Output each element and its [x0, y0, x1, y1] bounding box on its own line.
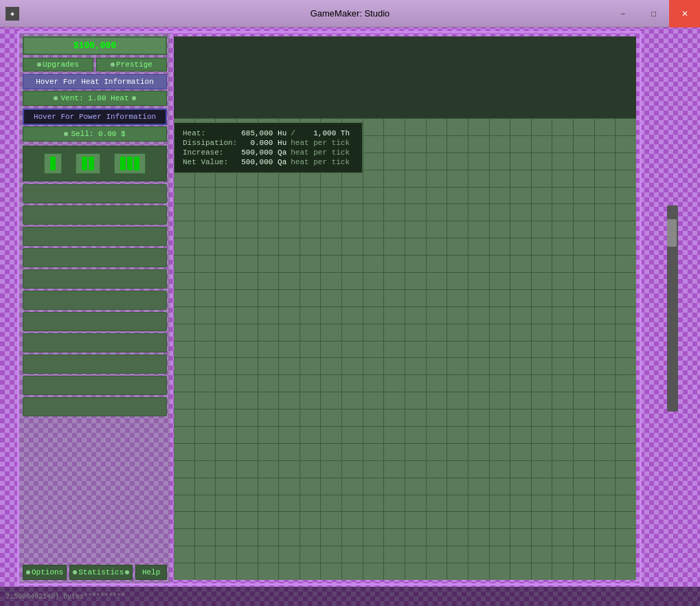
- grid-cell[interactable]: [342, 238, 363, 255]
- grid-cell[interactable]: [321, 273, 341, 289]
- grid-cell[interactable]: [490, 119, 510, 135]
- grid-cell[interactable]: [279, 119, 300, 135]
- grid-cell[interactable]: [405, 307, 426, 324]
- grid-cell[interactable]: [405, 170, 426, 187]
- grid-cell[interactable]: [384, 375, 405, 392]
- grid-cell[interactable]: [510, 324, 531, 341]
- grid-cell[interactable]: [447, 188, 468, 204]
- grid-cell[interactable]: [468, 204, 489, 221]
- grid-cell[interactable]: [490, 307, 510, 324]
- grid-cell[interactable]: [342, 461, 363, 478]
- grid-cell[interactable]: [510, 409, 531, 426]
- scrollbar-thumb[interactable]: [667, 219, 677, 247]
- grid-cell[interactable]: [552, 444, 573, 460]
- grid-cell[interactable]: [300, 136, 321, 153]
- grid-cell[interactable]: [216, 495, 236, 512]
- grid-cell[interactable]: [574, 495, 594, 512]
- grid-cell[interactable]: [468, 188, 489, 204]
- grid-cell[interactable]: [595, 512, 616, 528]
- grid-cell[interactable]: [427, 375, 447, 392]
- grid-cell[interactable]: [174, 409, 194, 426]
- prestige-button[interactable]: Prestige: [96, 58, 167, 71]
- grid-cell[interactable]: [616, 478, 636, 495]
- grid-cell[interactable]: [447, 256, 468, 272]
- grid-cell[interactable]: [300, 375, 321, 392]
- grid-cell[interactable]: [427, 427, 447, 443]
- grid-cell[interactable]: [237, 409, 258, 426]
- grid-cell[interactable]: [574, 188, 594, 204]
- grid-cell[interactable]: [552, 529, 573, 546]
- grid-cell[interactable]: [532, 119, 552, 135]
- grid-cell[interactable]: [237, 495, 258, 512]
- grid-cell[interactable]: [532, 204, 552, 221]
- grid-cell[interactable]: [510, 444, 531, 460]
- grid-cell[interactable]: [258, 375, 279, 392]
- grid-cell[interactable]: [510, 392, 531, 409]
- grid-cell[interactable]: [342, 188, 363, 204]
- grid-cell[interactable]: [342, 170, 363, 187]
- grid-cell[interactable]: [384, 341, 405, 358]
- grid-cell[interactable]: [468, 563, 489, 580]
- grid-cell[interactable]: [468, 409, 489, 426]
- speed-3x-button[interactable]: [114, 153, 146, 174]
- grid-cell[interactable]: [321, 136, 341, 153]
- grid-cell[interactable]: [574, 427, 594, 443]
- grid-cell[interactable]: [174, 307, 194, 324]
- grid-cell[interactable]: [595, 358, 616, 374]
- grid-cell[interactable]: [363, 546, 384, 563]
- grid-cell[interactable]: [427, 136, 447, 153]
- grid-cell[interactable]: [279, 409, 300, 426]
- grid-cell[interactable]: [279, 221, 300, 238]
- speed-1x-button[interactable]: [44, 153, 62, 174]
- grid-cell[interactable]: [532, 427, 552, 443]
- grid-cell[interactable]: [279, 461, 300, 478]
- grid-cell[interactable]: [195, 221, 216, 238]
- grid-cell[interactable]: [574, 529, 594, 546]
- grid-cell[interactable]: [258, 153, 279, 170]
- grid-cell[interactable]: [427, 153, 447, 170]
- grid-cell[interactable]: [510, 546, 531, 563]
- grid-cell[interactable]: [237, 170, 258, 187]
- grid-cell[interactable]: [258, 273, 279, 289]
- grid-cell[interactable]: [216, 563, 236, 580]
- grid-cell[interactable]: [447, 341, 468, 358]
- grid-cell[interactable]: [552, 153, 573, 170]
- grid-cell[interactable]: [447, 563, 468, 580]
- grid-cell[interactable]: [616, 375, 636, 392]
- grid-cell[interactable]: [552, 512, 573, 528]
- grid-cell[interactable]: [510, 563, 531, 580]
- grid-cell[interactable]: [363, 495, 384, 512]
- grid-cell[interactable]: [384, 256, 405, 272]
- grid-cell[interactable]: [321, 563, 341, 580]
- grid-cell[interactable]: [237, 238, 258, 255]
- grid-cell[interactable]: [405, 238, 426, 255]
- grid-cell[interactable]: [174, 204, 194, 221]
- grid-cell[interactable]: [363, 341, 384, 358]
- grid-cell[interactable]: [300, 461, 321, 478]
- grid-cell[interactable]: [595, 170, 616, 187]
- grid-cell[interactable]: [427, 563, 447, 580]
- grid-cell[interactable]: [321, 221, 341, 238]
- grid-cell[interactable]: [237, 136, 258, 153]
- grid-cell[interactable]: [552, 204, 573, 221]
- grid-cell[interactable]: [447, 307, 468, 324]
- grid-cell[interactable]: [552, 238, 573, 255]
- grid-cell[interactable]: [279, 273, 300, 289]
- grid-cell[interactable]: [321, 153, 341, 170]
- grid-cell[interactable]: [616, 495, 636, 512]
- component-slot[interactable]: [23, 269, 167, 289]
- grid-cell[interactable]: [237, 375, 258, 392]
- grid-cell[interactable]: [384, 136, 405, 153]
- grid-cell[interactable]: [258, 307, 279, 324]
- grid-cell[interactable]: [174, 392, 194, 409]
- grid-cell[interactable]: [490, 427, 510, 443]
- grid-cell[interactable]: [174, 461, 194, 478]
- grid-cell[interactable]: [174, 290, 194, 306]
- grid-cell[interactable]: [427, 307, 447, 324]
- grid-cell[interactable]: [174, 427, 194, 443]
- grid-cell[interactable]: [574, 392, 594, 409]
- grid-cell[interactable]: [363, 427, 384, 443]
- grid-cell[interactable]: [552, 273, 573, 289]
- grid-cell[interactable]: [616, 119, 636, 135]
- maximize-button[interactable]: □: [638, 0, 669, 27]
